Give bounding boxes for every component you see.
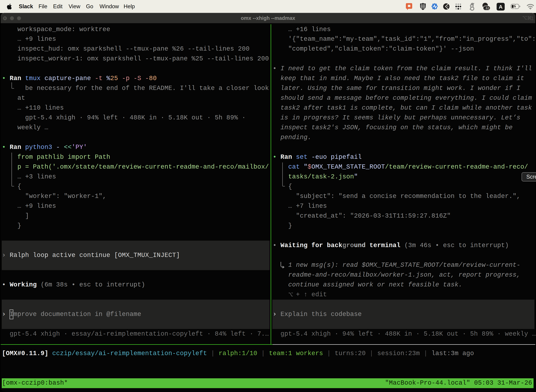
svg-text:..61: ..61 <box>484 6 490 10</box>
svg-text:A: A <box>499 4 502 10</box>
